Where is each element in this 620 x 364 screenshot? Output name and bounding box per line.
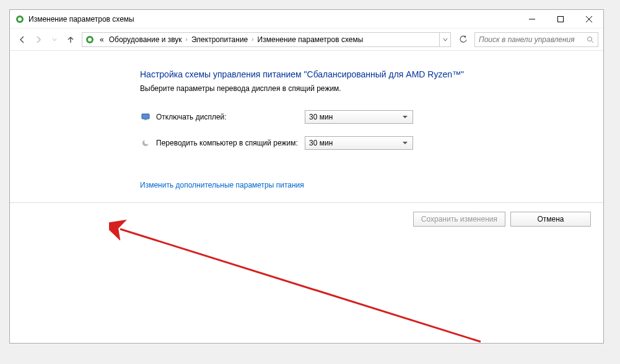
annotation-arrow [109, 218, 493, 343]
page-subheading: Выберите параметры перевода дисплея в сп… [140, 84, 603, 93]
back-button[interactable] [15, 32, 30, 47]
up-button[interactable] [63, 32, 78, 47]
maximize-button[interactable] [546, 10, 575, 28]
location-icon [85, 35, 95, 45]
svg-point-7 [88, 38, 92, 41]
search-icon[interactable] [583, 36, 598, 43]
chevron-right-icon: › [185, 36, 189, 43]
svg-rect-11 [144, 119, 147, 120]
svg-point-1 [18, 17, 22, 21]
save-button[interactable]: Сохранить изменения [413, 212, 505, 227]
window-controls [518, 10, 603, 28]
window: Изменение параметров схемы [9, 9, 604, 344]
page-heading: Настройка схемы управления питанием "Сба… [140, 69, 603, 79]
cancel-button[interactable]: Отмена [510, 212, 591, 227]
navbar: « Оборудование и звук › Электропитание ›… [10, 28, 603, 51]
breadcrumb: « Оборудование и звук › Электропитание ›… [97, 35, 439, 44]
window-title: Изменение параметров схемы [28, 15, 134, 24]
monitor-icon [140, 111, 151, 123]
advanced-settings-link[interactable]: Изменить дополнительные параметры питани… [140, 181, 304, 189]
content-area: Настройка схемы управления питанием "Сба… [10, 51, 603, 343]
titlebar: Изменение параметров схемы [10, 10, 603, 28]
svg-rect-3 [558, 16, 564, 22]
breadcrumb-item[interactable]: Оборудование и звук [107, 35, 185, 44]
sleep-label: Переводить компьютер в спящий режим: [156, 139, 305, 147]
breadcrumb-prefix[interactable]: « [97, 35, 107, 44]
app-icon [15, 14, 25, 24]
close-button[interactable] [575, 10, 603, 28]
display-off-dropdown[interactable]: 30 мин [305, 110, 413, 124]
svg-point-13 [144, 139, 149, 144]
search-box[interactable] [474, 32, 598, 47]
breadcrumb-item[interactable]: Изменение параметров схемы [255, 35, 366, 44]
recent-dropdown[interactable] [47, 32, 62, 47]
svg-rect-10 [142, 114, 149, 119]
address-bar[interactable]: « Оборудование и звук › Электропитание ›… [82, 32, 451, 47]
display-off-label: Отключать дисплей: [156, 113, 305, 121]
svg-line-14 [120, 229, 481, 342]
footer-buttons: Сохранить изменения Отмена [140, 203, 603, 227]
moon-icon [140, 137, 151, 149]
svg-line-9 [592, 41, 593, 43]
display-off-row: Отключать дисплей: 30 мин [140, 110, 603, 124]
refresh-button[interactable] [456, 32, 471, 47]
search-input[interactable] [475, 35, 583, 44]
forward-button[interactable] [31, 32, 46, 47]
minimize-button[interactable] [518, 10, 546, 28]
chevron-right-icon: › [250, 36, 255, 43]
svg-point-8 [588, 37, 592, 41]
sleep-row: Переводить компьютер в спящий режим: 30 … [140, 136, 603, 150]
breadcrumb-item[interactable]: Электропитание [189, 35, 250, 44]
address-dropdown[interactable] [439, 33, 450, 46]
sleep-dropdown[interactable]: 30 мин [305, 136, 413, 150]
